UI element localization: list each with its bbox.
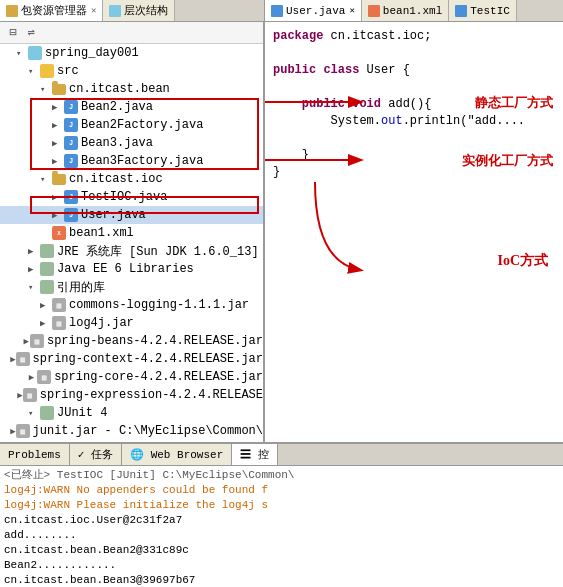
tab-problems[interactable]: Problems [0,444,70,465]
spring-context-icon: ▦ [16,352,30,366]
tree-item-bean2factory[interactable]: ▶ J Bean2Factory.java [0,116,263,134]
tab-package-label: 包资源管理器 [21,3,87,18]
annotation-static-factory: 静态工厂方式 [475,94,553,112]
xml-file-icon [368,5,380,17]
file-tree[interactable]: ▾ spring_day001 ▾ src ▾ [0,44,263,442]
arrow-junit: ▾ [28,408,40,419]
tab-web-browser[interactable]: 🌐 Web Browser [122,444,232,465]
tree-item-spring-context[interactable]: ▶ ▦ spring-context-4.2.4.RELEASE.jar [0,350,263,368]
tab-close-package[interactable]: ✕ [91,5,96,16]
tree-item-libs[interactable]: ▾ 引用的库 [0,278,263,296]
code-line-package: package cn.itcast.ioc; [273,28,555,45]
tab-tasks[interactable]: ✓ 任务 [70,444,122,465]
code-line-class: public class User { [273,62,555,79]
junit-label: JUnit 4 [57,406,107,420]
tab-bean1-xml[interactable]: bean1.xml [362,0,449,21]
tree-item-hamcrest[interactable]: ▶ ▦ org.hamcrest.core_1.1.0.v200905 [0,440,263,442]
libs-label: 引用的库 [57,279,105,296]
log4j-label: log4j.jar [69,316,134,330]
arrow-spring-expression: ▶ [17,390,22,401]
tree-item-spring-core[interactable]: ▶ ▦ spring-core-4.2.4.RELEASE.jar [0,368,263,386]
tab-close-user[interactable]: ✕ [349,5,354,16]
spring-beans-label: spring-beans-4.2.4.RELEASE.jar [47,334,263,348]
junit-jar-icon: ▦ [16,424,30,438]
console-line-5: cn.itcast.bean.Bean2@331c89c [4,543,559,558]
junit-icon [40,406,54,420]
tree-item-spring-beans[interactable]: ▶ ▦ spring-beans-4.2.4.RELEASE.jar [0,332,263,350]
bean2factory-label: Bean2Factory.java [81,118,203,132]
tab-console[interactable]: ☰ 控 [232,444,278,465]
tree-item-ioc-pkg[interactable]: ▾ cn.itcast.ioc [0,170,263,188]
ioc-pkg-label: cn.itcast.ioc [69,172,163,186]
testIOC-icon [455,5,467,17]
tree-item-bean3[interactable]: ▶ J Bean3.java [0,134,263,152]
tab-hierarchy-label: 层次结构 [124,3,168,18]
junit-jar-label: junit.jar - C:\MyEclipse\Common\ [33,424,263,438]
tree-item-testIOC[interactable]: ▶ J TestIOC.java [0,188,263,206]
tree-item-bean2[interactable]: ▶ J Bean2.java [0,98,263,116]
commons-icon: ▦ [52,298,66,312]
libs-icon [40,280,54,294]
commons-label: commons-logging-1.1.1.jar [69,298,249,312]
console-line-6: Bean2............ [4,558,559,573]
bean-pkg-label: cn.itcast.bean [69,82,170,96]
tab-hierarchy[interactable]: 层次结构 [103,0,175,21]
arrow-spring-beans: ▶ [23,336,29,347]
tree-item-src[interactable]: ▾ src [0,62,263,80]
right-panel: package cn.itcast.ioc; public class User… [265,22,563,442]
arrow-bean3factory: ▶ [52,156,64,167]
arrow-spring: ▾ [16,48,28,59]
link-editor-icon[interactable]: ⇌ [23,25,39,41]
arrow-jre: ▶ [28,246,40,257]
tree-item-javaee[interactable]: ▶ Java EE 6 Libraries [0,260,263,278]
bean-pkg-icon [52,84,66,95]
spring-context-label: spring-context-4.2.4.RELEASE.jar [33,352,263,366]
arrow-bean3: ▶ [52,138,64,149]
jee-label: Java EE 6 Libraries [57,262,194,276]
tree-item-bean-pkg[interactable]: ▾ cn.itcast.bean [0,80,263,98]
web-browser-label: 🌐 Web Browser [130,448,223,461]
console-label: ☰ 控 [240,447,269,462]
xml-tree-icon: X [52,226,66,240]
app-container: 包资源管理器 ✕ 层次结构 User.java ✕ bean1.xml Test… [0,0,563,587]
tree-item-junit-jar[interactable]: ▶ ▦ junit.jar - C:\MyEclipse\Common\ [0,422,263,440]
editor-tabs: User.java ✕ bean1.xml TestIC [265,0,563,21]
top-tab-bar: 包资源管理器 ✕ 层次结构 User.java ✕ bean1.xml Test… [0,0,563,22]
ioc-pkg-icon [52,174,66,185]
tree-item-bean3factory[interactable]: ▶ J Bean3Factory.java [0,152,263,170]
tasks-label: ✓ 任务 [78,447,113,462]
tree-item-commons[interactable]: ▶ ▦ commons-logging-1.1.1.jar [0,296,263,314]
tab-package-explorer[interactable]: 包资源管理器 ✕ [0,0,103,21]
spring-core-label: spring-core-4.2.4.RELEASE.jar [54,370,263,384]
tree-item-spring[interactable]: ▾ spring_day001 [0,44,263,62]
console-line-7: cn.itcast.bean.Bean3@39697b67 [4,573,559,587]
arrow-bean-pkg: ▾ [40,84,52,95]
left-panel-tabs: 包资源管理器 ✕ 层次结构 [0,0,265,21]
user-file-icon: J [64,208,78,222]
collapse-all-icon[interactable]: ⊟ [5,25,21,41]
console-output[interactable]: <已终止> TestIOC [JUnit] C:\MyEclipse\Commo… [0,466,563,587]
tab-user-java[interactable]: User.java ✕ [265,0,362,21]
tree-item-user[interactable]: ▶ J User.java [0,206,263,224]
spring-expression-label: spring-expression-4.2.4.RELEASE [40,388,263,402]
jee-icon [40,262,54,276]
testIOC-file-label: TestIOC.java [81,190,167,204]
code-editor[interactable]: package cn.itcast.ioc; public class User… [265,22,563,442]
console-header: <已终止> TestIOC [JUnit] C:\MyEclipse\Commo… [4,468,559,483]
tree-item-jre[interactable]: ▶ JRE 系统库 [Sun JDK 1.6.0_13] [0,242,263,260]
tab-user-label: User.java [286,5,345,17]
testIOC-file-icon: J [64,190,78,204]
tree-item-junit[interactable]: ▾ JUnit 4 [0,404,263,422]
code-line-blank1 [273,45,555,62]
arrow-spring-context: ▶ [10,354,15,365]
tab-testIOC[interactable]: TestIC [449,0,517,21]
tree-item-log4j[interactable]: ▶ ▦ log4j.jar [0,314,263,332]
tree-item-bean1xml[interactable]: X bean1.xml [0,224,263,242]
tree-item-spring-expression[interactable]: ▶ ▦ spring-expression-4.2.4.RELEASE [0,386,263,404]
java-file-icon [271,5,283,17]
arrow-libs: ▾ [28,282,40,293]
arrow-jee: ▶ [28,264,40,275]
annotation-ioc: IoC方式 [497,252,548,270]
bean3-label: Bean3.java [81,136,153,150]
tab-bean1-label: bean1.xml [383,5,442,17]
